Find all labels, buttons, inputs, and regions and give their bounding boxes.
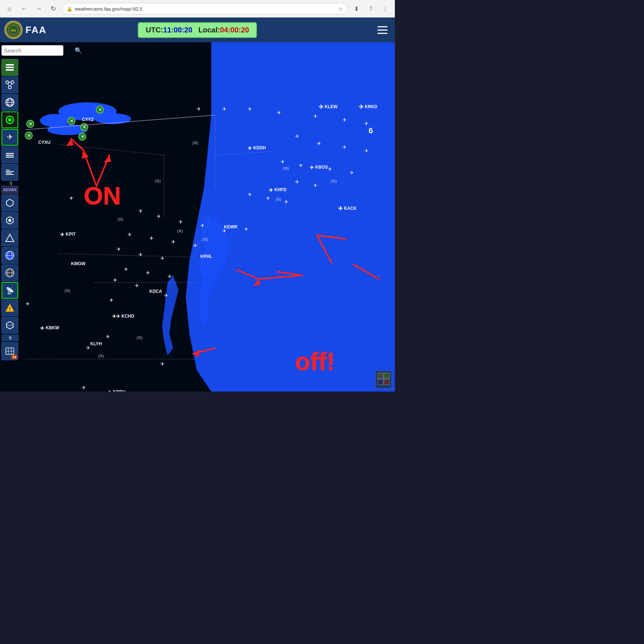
connect-button[interactable] — [1, 76, 18, 93]
wifi-6: (ℝ) — [275, 197, 281, 202]
wifi-5: (ℝ) — [202, 237, 208, 242]
airport-kphl: KPHL — [200, 254, 212, 259]
wifi-12: (ℝ) — [331, 179, 337, 184]
plane-klyh-area: ✈ — [86, 345, 90, 351]
plane-29: ✈ — [149, 235, 154, 241]
map-number-label: 14 — [11, 355, 17, 359]
legend-control[interactable] — [375, 370, 392, 389]
cam-icon-6[interactable]: ✕ — [78, 133, 86, 142]
wifi-1: (ℝ) — [192, 141, 198, 145]
svg-marker-73 — [6, 234, 14, 242]
globe3-button[interactable] — [1, 264, 18, 281]
plane-button[interactable]: ✈ — [1, 129, 18, 146]
back-button[interactable]: ← — [18, 3, 30, 15]
circle-button[interactable] — [1, 111, 18, 128]
search-input[interactable] — [4, 47, 73, 54]
number9-badge: 9 — [1, 334, 19, 341]
layers-button[interactable] — [1, 59, 18, 76]
plane-32: ✈ — [117, 246, 121, 252]
airport-krkd: ✈ KRKD — [359, 103, 377, 110]
wifi-3: (ℝ) — [117, 217, 123, 222]
plane-13: ✈ — [299, 162, 303, 168]
plane-43: ✈ — [25, 301, 30, 307]
plane-27: ✈ — [244, 226, 248, 232]
map-button[interactable]: 14 — [1, 342, 18, 360]
svg-rect-91 — [378, 379, 383, 385]
reload-button[interactable]: ↻ — [47, 3, 59, 15]
airport-kdca: KDCA — [149, 289, 162, 294]
plane-34: ✈ — [160, 255, 165, 261]
warning-button[interactable]: ! — [1, 299, 18, 316]
plane-42: ✈ — [82, 385, 86, 390]
download-button[interactable]: ⬇ — [350, 3, 362, 15]
svg-rect-63 — [6, 153, 14, 154]
plane-36: ✈ — [146, 270, 150, 276]
svg-rect-68 — [6, 173, 12, 173]
wifi-8: (ℝ) — [98, 354, 104, 358]
svg-text:✈: ✈ — [7, 133, 13, 141]
plane-28: ✈ — [127, 232, 132, 237]
airport-kbkw: ✈ KBKW — [40, 325, 59, 331]
plane-39: ✈ — [135, 283, 139, 288]
star-icon: ☆ — [338, 6, 343, 12]
plane-26: ✈ — [222, 228, 227, 234]
share-button[interactable]: ⤴ — [365, 3, 377, 15]
triangle-button[interactable] — [1, 229, 18, 246]
cam-icon-5[interactable]: ✕ — [25, 131, 33, 141]
svg-text:✕: ✕ — [83, 125, 86, 129]
svg-text:✕: ✕ — [27, 133, 31, 138]
wifi-button[interactable]: 📡 — [1, 282, 18, 299]
plane-9: ✈ — [317, 141, 321, 146]
cam-icon-2[interactable]: ✕ — [26, 120, 34, 129]
svg-text:!: ! — [9, 306, 11, 311]
cam-icon-3[interactable]: ✕ — [67, 117, 75, 126]
cam-icon-1[interactable]: ✕ — [96, 106, 104, 115]
search-button[interactable]: 🔍 — [75, 47, 82, 54]
globe2-button[interactable] — [1, 247, 18, 264]
plane-35: ✈ — [124, 266, 128, 272]
svg-rect-48 — [6, 69, 14, 71]
hex2-button[interactable] — [1, 212, 18, 229]
plane-5: ✈ — [313, 113, 318, 119]
bar1-button[interactable] — [1, 146, 18, 163]
plane-25: ✈ — [200, 223, 205, 228]
airport-krdu: ✈ KRDU — [107, 389, 126, 392]
advwx-button[interactable]: ADVWX — [1, 186, 18, 194]
forward-button[interactable]: → — [33, 3, 44, 15]
plane-8: ✈ — [295, 133, 299, 139]
plane-16: ✈ — [295, 179, 299, 185]
more-menu-button[interactable]: ⋮ — [380, 3, 391, 15]
svg-text:FAA: FAA — [11, 29, 16, 32]
plane-30: ✈ — [171, 239, 176, 245]
airport-kcho: ✈✈ KCHO — [112, 314, 134, 319]
wifi-13: (ℝ) — [283, 166, 289, 171]
airport-kack: ✈ KACK — [338, 205, 357, 212]
home-button[interactable]: ⌂ — [4, 3, 15, 15]
svg-rect-66 — [6, 170, 9, 170]
plane-1: ✈ — [197, 106, 201, 112]
airport-cyxu: CYXU — [38, 140, 50, 145]
map-container[interactable]: .state-border { stroke: #aaaacc; stroke-… — [0, 42, 395, 392]
wifi-7: (ℝ) — [64, 288, 70, 293]
hex1-button[interactable] — [1, 195, 18, 211]
plane-15: ✈ — [350, 170, 354, 176]
svg-point-49 — [6, 81, 9, 84]
bar2-button[interactable] — [1, 164, 18, 181]
airport-kmgw: KMGW — [71, 261, 85, 266]
utc-label: UTC: — [146, 26, 163, 34]
airport-kbos: ✈ KBOS — [310, 165, 328, 170]
svg-rect-67 — [6, 171, 14, 172]
search-box[interactable]: 🔍 — [1, 45, 63, 56]
cam-icon-4[interactable]: ✕ — [80, 123, 88, 133]
hamburger-menu-button[interactable] — [374, 22, 390, 38]
globe-button[interactable] — [1, 94, 18, 111]
hex3-button[interactable] — [1, 317, 18, 334]
faa-clock: UTC:11:00:20 Local:04:00:20 — [138, 22, 257, 38]
wifi-2: (ℝ) — [155, 179, 161, 184]
plane-21: ✈ — [69, 195, 74, 201]
svg-rect-69 — [6, 174, 14, 175]
lock-icon: 🔒 — [67, 6, 72, 12]
s-label: S — [1, 181, 20, 185]
plane-18: ✈ — [248, 192, 252, 197]
address-bar[interactable]: 🔒 weathercams.faa.gov/map/-82.5 ☆ — [62, 3, 347, 15]
